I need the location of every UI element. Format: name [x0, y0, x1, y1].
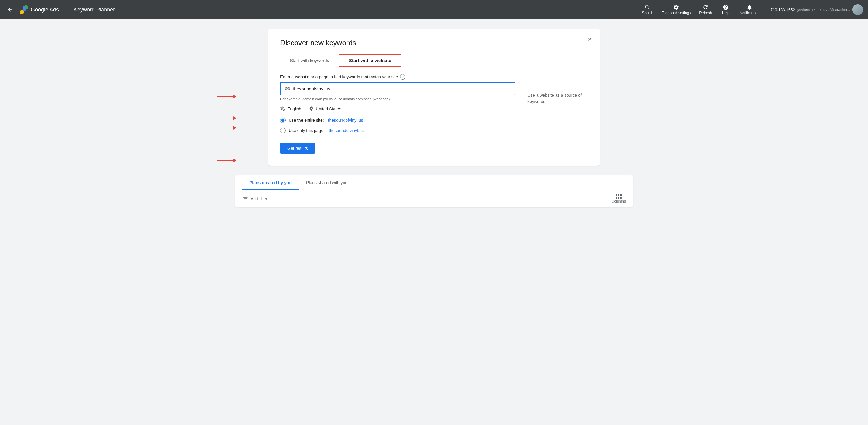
- filter-row: Add filter Columns: [235, 190, 633, 207]
- modal-title: Discover new keywords: [280, 39, 588, 47]
- account-info: 710-133-1652 yevheniia.khromova@serankin…: [771, 4, 863, 15]
- arrow-url-input: [217, 95, 237, 98]
- header-account-divider: [767, 4, 767, 16]
- google-ads-logo: Google Ads: [19, 5, 59, 14]
- arrow-radio: [217, 126, 237, 130]
- filter-label: Add filter: [251, 196, 267, 201]
- radio-this-page[interactable]: Use only this page: thesoundofvinyl.us: [280, 128, 516, 133]
- lang-loc-row: English United States: [280, 106, 516, 111]
- tab-plans-shared[interactable]: Plans shared with you: [299, 175, 355, 190]
- language-selector[interactable]: English: [280, 106, 301, 111]
- refresh-button[interactable]: Refresh: [695, 2, 715, 17]
- header-left: Google Ads Keyword Planner: [5, 5, 638, 14]
- columns-button[interactable]: Columns: [612, 194, 626, 203]
- tools-settings-button[interactable]: Tools and settings: [658, 2, 694, 17]
- radio-group: Use the entire site: thesoundofvinyl.us …: [280, 118, 516, 133]
- radio-entire-site-label: Use the entire site:: [289, 118, 324, 123]
- form-sidebar: Use a website as a source of keywords: [527, 74, 588, 154]
- field-label: Enter a website or a page to find keywor…: [280, 74, 516, 79]
- google-ads-icon: [19, 5, 29, 14]
- radio-this-page-label: Use only this page:: [289, 128, 324, 133]
- tab-website[interactable]: Start with a website: [339, 54, 401, 67]
- header-right: Search Tools and settings Refresh Help N…: [638, 2, 863, 17]
- search-button[interactable]: Search: [638, 2, 657, 17]
- arrow-lang-loc: [217, 116, 237, 120]
- location-selector[interactable]: United States: [309, 106, 341, 111]
- sidebar-hint-text: Use a website as a source of keywords: [527, 93, 582, 104]
- language-label: English: [287, 106, 301, 111]
- radio-entire-site-input[interactable]: [280, 118, 286, 123]
- plans-tabs-container: Plans created by you Plans shared with y…: [235, 175, 633, 190]
- radio-entire-site[interactable]: Use the entire site: thesoundofvinyl.us: [280, 118, 516, 123]
- form-main: Enter a website or a page to find keywor…: [280, 74, 516, 154]
- help-button[interactable]: Help: [717, 2, 735, 17]
- get-results-button[interactable]: Get results: [280, 143, 315, 154]
- main-header: Google Ads Keyword Planner Search Tools …: [0, 0, 868, 19]
- modal-card: Discover new keywords × Start with keywo…: [268, 29, 600, 166]
- help-icon[interactable]: ?: [400, 74, 405, 79]
- link-icon: [284, 86, 290, 92]
- tab-keywords[interactable]: Start with keywords: [280, 54, 339, 67]
- filter-button[interactable]: Add filter: [242, 196, 267, 202]
- form-layout: Enter a website or a page to find keywor…: [280, 74, 588, 154]
- avatar[interactable]: [852, 4, 863, 15]
- radio-this-page-input[interactable]: [280, 128, 286, 133]
- tab-plans-created[interactable]: Plans created by you: [242, 175, 299, 190]
- account-phone: 710-133-1652: [771, 7, 795, 12]
- modal-wrapper: Discover new keywords × Start with keywo…: [235, 29, 633, 166]
- tabs-container: Start with keywords Start with a website: [280, 54, 588, 67]
- arrow-get-results: [217, 159, 237, 162]
- header-divider: [66, 5, 66, 14]
- back-button[interactable]: [5, 5, 16, 14]
- account-email: yevheniia.khromova@serankin...: [798, 7, 850, 12]
- page-title: Keyword Planner: [73, 7, 115, 13]
- main-content: Discover new keywords × Start with keywo…: [223, 19, 645, 217]
- url-input-wrapper: [280, 82, 516, 95]
- app-name-label: Google Ads: [31, 7, 59, 13]
- radio-this-page-link[interactable]: thesoundofvinyl.us: [329, 128, 364, 133]
- url-input[interactable]: [293, 86, 511, 91]
- radio-entire-site-link[interactable]: thesoundofvinyl.us: [328, 118, 363, 123]
- columns-icon: [616, 194, 622, 199]
- input-hint: For example, domain.com (website) or dom…: [280, 97, 516, 101]
- location-label: United States: [316, 106, 341, 111]
- notifications-button[interactable]: Notifications: [736, 2, 763, 17]
- columns-label: Columns: [612, 199, 626, 203]
- close-button[interactable]: ×: [587, 35, 593, 43]
- bottom-section: Plans created by you Plans shared with y…: [235, 175, 633, 207]
